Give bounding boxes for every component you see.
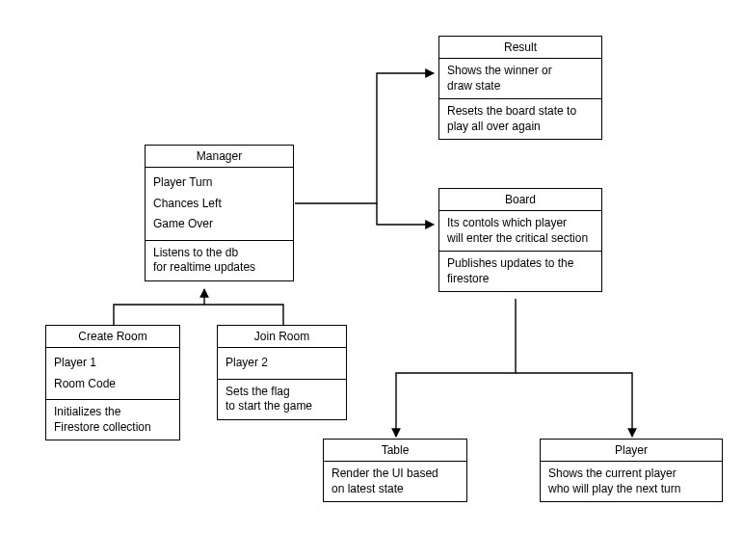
node-note: Its contols which player will enter the …: [439, 211, 601, 252]
node-note: Resets the board state to play all over …: [439, 99, 601, 139]
node-attributes: Player 1 Room Code: [46, 348, 179, 400]
node-note: Publishes updates to the firestore: [439, 252, 601, 291]
node-title: Result: [439, 37, 601, 59]
node-note: Shows the current player who will play t…: [541, 462, 722, 501]
node-board: Board Its contols which player will ente…: [438, 188, 602, 292]
node-title: Manager: [146, 146, 293, 168]
attr-room-code: Room Code: [54, 374, 172, 395]
node-attributes: Player 2: [218, 348, 346, 380]
node-result: Result Shows the winner or draw state Re…: [438, 36, 602, 140]
attr-chances-left: Chances Left: [153, 194, 285, 215]
node-player: Player Shows the current player who will…: [540, 439, 723, 502]
node-title: Table: [324, 440, 466, 462]
node-note: Sets the flag to start the game: [218, 380, 346, 419]
node-title: Player: [541, 440, 722, 462]
node-note: Render the UI based on latest state: [324, 462, 466, 501]
node-title: Board: [439, 189, 601, 211]
node-note: Initializes the Firestore collection: [46, 400, 179, 440]
attr-player-turn: Player Turn: [153, 173, 285, 194]
attr-player-1: Player 1: [54, 353, 172, 374]
diagram-canvas: Manager Player Turn Chances Left Game Ov…: [0, 0, 743, 560]
node-note: Listens to the db for realtime updates: [146, 241, 293, 280]
node-title: Create Room: [46, 326, 179, 348]
node-note: Shows the winner or draw state: [439, 59, 601, 99]
node-attributes: Player Turn Chances Left Game Over: [146, 168, 293, 241]
node-manager: Manager Player Turn Chances Left Game Ov…: [145, 145, 294, 281]
node-title: Join Room: [218, 326, 346, 348]
attr-player-2: Player 2: [226, 353, 338, 374]
node-join-room: Join Room Player 2 Sets the flag to star…: [217, 325, 347, 420]
node-create-room: Create Room Player 1 Room Code Initializ…: [45, 325, 180, 440]
node-table: Table Render the UI based on latest stat…: [323, 439, 467, 502]
attr-game-over: Game Over: [153, 214, 285, 235]
